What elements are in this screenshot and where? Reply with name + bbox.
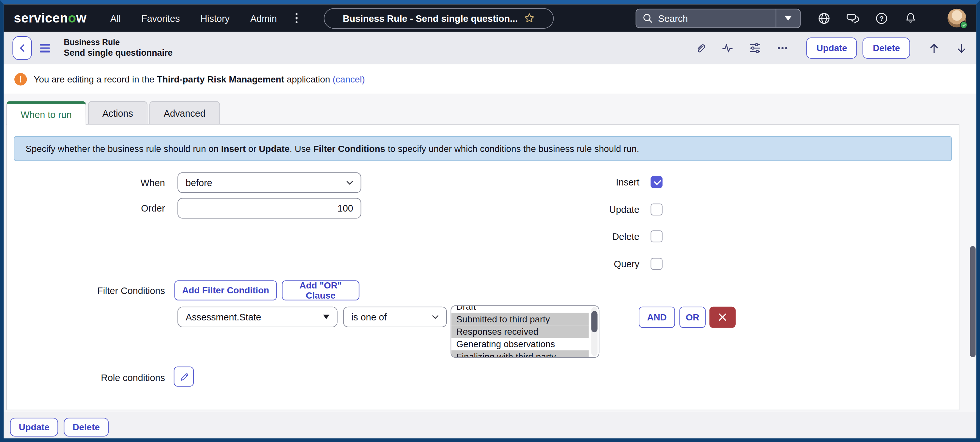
condition-field-value: Assessment.State: [186, 312, 261, 322]
nav-item-admin[interactable]: Admin: [250, 13, 277, 24]
query-checkbox[interactable]: [651, 258, 662, 269]
browser-window: servicenow All Favorites History Admin B…: [0, 0, 980, 442]
form-tabs: When to run Actions Advanced: [6, 101, 221, 124]
warning-message: You are editing a record in the Third-pa…: [33, 74, 365, 84]
warning-app-name: Third-party Risk Management: [157, 74, 285, 84]
warning-text-prefix: You are editing a record in the: [33, 74, 157, 84]
chevron-down-icon: [346, 181, 353, 185]
update-button-header[interactable]: Update: [807, 38, 857, 59]
global-search[interactable]: Search: [635, 8, 800, 28]
primary-nav: All Favorites History Admin: [110, 13, 277, 24]
logo-text-2: w: [76, 11, 86, 25]
order-label: Order: [7, 203, 165, 214]
cancel-scope-link[interactable]: (cancel): [333, 74, 365, 84]
nav-item-favorites[interactable]: Favorites: [141, 13, 180, 24]
warning-icon: !: [14, 73, 27, 85]
add-or-clause-button[interactable]: Add "OR" Clause: [282, 280, 360, 300]
option-responses-received[interactable]: Responses received: [451, 325, 589, 338]
update-button-footer[interactable]: Update: [10, 418, 58, 436]
chevron-left-icon: [18, 43, 27, 53]
role-conditions-label: Role conditions: [7, 372, 165, 383]
and-button[interactable]: AND: [639, 307, 675, 328]
logo-green-o: o: [68, 11, 76, 25]
globe-icon[interactable]: [818, 11, 830, 24]
or-button[interactable]: OR: [679, 307, 705, 328]
top-nav: servicenow All Favorites History Admin B…: [3, 4, 976, 32]
next-record-arrow-down-icon[interactable]: [955, 42, 967, 54]
insert-checkbox[interactable]: [651, 176, 662, 188]
previous-record-arrow-up-icon[interactable]: [928, 42, 940, 54]
option-generating-observations[interactable]: Generating observations: [451, 338, 589, 350]
warning-text-suffix: application: [284, 74, 332, 84]
record-title: Business Rule Send single questionnaire: [64, 38, 173, 59]
record-action-buttons: Update Delete: [807, 38, 910, 59]
user-avatar[interactable]: [947, 9, 966, 27]
activity-stream-icon[interactable]: [721, 42, 734, 54]
back-button[interactable]: [13, 36, 32, 60]
record-header: Business Rule Send single questionnaire: [3, 32, 976, 65]
record-type-label: Business Rule: [64, 38, 173, 48]
personalize-sliders-icon[interactable]: [749, 42, 761, 54]
add-filter-condition-button[interactable]: Add Filter Condition: [175, 280, 277, 300]
servicenow-logo[interactable]: servicenow: [14, 11, 86, 26]
order-value: 100: [337, 203, 353, 214]
presence-status-dot: [960, 21, 967, 29]
condition-field-dropdown[interactable]: Assessment.State: [177, 307, 337, 327]
insert-label: Insert: [525, 176, 640, 188]
order-input[interactable]: 100: [177, 198, 361, 219]
option-submitted-to-third-party[interactable]: Submitted to third party: [451, 313, 589, 325]
more-actions-ellipsis-icon[interactable]: [776, 42, 789, 54]
svg-text:?: ?: [880, 14, 884, 22]
when-to-run-panel: Specify whether the business rule should…: [6, 124, 959, 410]
chevron-down-icon: [784, 16, 792, 21]
screen: servicenow All Favorites History Admin B…: [0, 0, 980, 442]
query-label: Query: [525, 258, 640, 269]
context-menu-icon[interactable]: [40, 44, 50, 52]
search-input[interactable]: Search: [636, 13, 775, 24]
delete-button-footer[interactable]: Delete: [64, 418, 109, 436]
tab-actions[interactable]: Actions: [88, 101, 148, 124]
filter-conditions-label: Filter Conditions: [7, 285, 165, 296]
info-message-text: Specify whether the business rule should…: [26, 144, 640, 154]
attachment-paperclip-icon[interactable]: [694, 42, 706, 54]
form-content-area: When to run Actions Advanced Specify whe…: [3, 93, 976, 412]
option-finalizing-with-third-party[interactable]: Finalizing with third party: [451, 350, 589, 358]
delete-label: Delete: [525, 230, 640, 242]
tab-when-to-run[interactable]: When to run: [6, 101, 86, 125]
condition-value-multiselect[interactable]: Draft Submitted to third party Responses…: [450, 306, 599, 358]
favorite-star-icon[interactable]: [524, 13, 535, 24]
chevron-down-icon: [432, 315, 439, 319]
update-checkbox[interactable]: [651, 204, 662, 215]
dropdown-triangle-icon: [323, 315, 329, 319]
when-value: before: [186, 177, 212, 188]
update-label: Update: [525, 204, 640, 215]
option-draft[interactable]: Draft: [451, 306, 589, 313]
when-select[interactable]: before: [177, 173, 361, 193]
page-scrollbar-thumb[interactable]: [970, 246, 975, 357]
when-label: When: [7, 177, 165, 188]
close-x-icon: [718, 313, 727, 322]
chat-icon[interactable]: [846, 11, 859, 24]
edit-role-conditions-button[interactable]: [174, 367, 194, 387]
nav-item-history[interactable]: History: [200, 13, 230, 24]
help-icon[interactable]: ?: [875, 11, 888, 24]
delete-button-header[interactable]: Delete: [863, 38, 910, 59]
search-scope-dropdown[interactable]: [776, 9, 800, 27]
tab-advanced[interactable]: Advanced: [150, 101, 220, 124]
record-header-actions: Update Delete: [694, 38, 967, 59]
search-icon: [642, 13, 653, 24]
more-menu-kebab-icon[interactable]: [296, 13, 298, 23]
delete-condition-button[interactable]: [709, 307, 735, 328]
scope-warning-bar: ! You are editing a record in the Third-…: [3, 64, 976, 93]
multiselect-options: Draft Submitted to third party Responses…: [451, 306, 599, 358]
delete-checkbox[interactable]: [651, 230, 662, 242]
form-footer: Update Delete: [3, 412, 976, 438]
notifications-bell-icon[interactable]: [904, 11, 917, 24]
info-message-box: Specify whether the business rule should…: [14, 136, 952, 162]
open-record-pill[interactable]: Business Rule - Send single question...: [324, 8, 554, 29]
listbox-scrollbar-thumb[interactable]: [591, 311, 597, 332]
nav-item-all[interactable]: All: [110, 13, 121, 24]
condition-operator-select[interactable]: is one of: [343, 307, 447, 327]
logo-text: servicen: [14, 11, 68, 25]
utility-icons: ?: [818, 9, 966, 27]
